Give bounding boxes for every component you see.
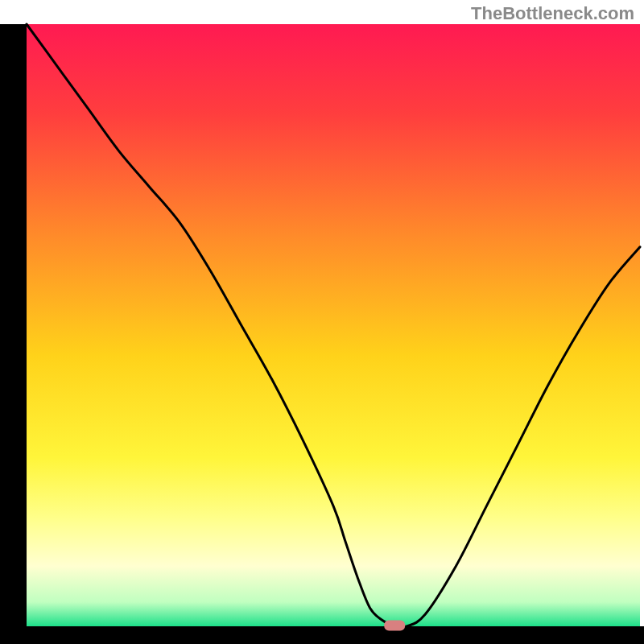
watermark-text: TheBottleneck.com: [471, 3, 634, 24]
frame-bottom: [0, 626, 644, 644]
chart-container: TheBottleneck.com: [0, 0, 644, 644]
bottleneck-chart: [0, 0, 644, 644]
optimum-marker: [384, 621, 405, 631]
frame-left: [0, 24, 27, 644]
plot-background: [27, 24, 640, 626]
